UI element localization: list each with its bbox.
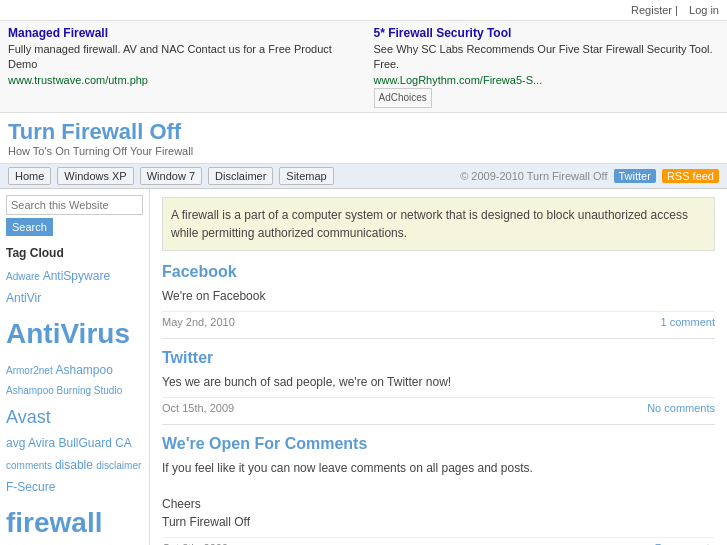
post-twitter-body: Yes we are bunch of sad people, we're on… <box>162 373 715 391</box>
tag-firewall[interactable]: firewall <box>6 507 102 538</box>
nav-disclaimer[interactable]: Disclaimer <box>208 167 273 185</box>
ad1-url[interactable]: www.trustwave.com/utm.php <box>8 73 354 88</box>
post-facebook-comments[interactable]: 1 comment <box>661 316 715 328</box>
nav-bar: Home Windows XP Window 7 Disclaimer Site… <box>0 164 727 189</box>
main-content: A firewall is a part of a computer syste… <box>150 189 727 545</box>
tag-armor2net[interactable]: Armor2net <box>6 365 55 376</box>
tag-fsecure[interactable]: F-Secure <box>6 480 55 494</box>
tag-bullguard[interactable]: BullGuard <box>59 436 116 450</box>
search-box: Search <box>6 195 143 236</box>
main-layout: Search Tag Cloud Adware AntiSpyware Anti… <box>0 189 727 545</box>
post-facebook-date: May 2nd, 2010 <box>162 316 235 328</box>
ad2-body: See Why SC Labs Recommends Our Five Star… <box>374 42 720 73</box>
ad-block-1: Managed Firewall Fully managed firewall.… <box>8 25 354 108</box>
site-header: Turn Firewall Off How To's On Turning Of… <box>0 113 727 164</box>
ad-block-2: 5* Firewall Security Tool See Why SC Lab… <box>374 25 720 108</box>
tag-antispyware[interactable]: AntiSpyware <box>43 269 110 283</box>
tag-adware[interactable]: Adware <box>6 271 43 282</box>
tag-avast[interactable]: Avast <box>6 407 51 427</box>
ad1-title[interactable]: Managed Firewall <box>8 25 354 42</box>
nav-sitemap[interactable]: Sitemap <box>279 167 333 185</box>
search-button[interactable]: Search <box>6 218 53 236</box>
tag-avg[interactable]: avg <box>6 436 28 450</box>
post-twitter-comments[interactable]: No comments <box>647 402 715 414</box>
sidebar: Search Tag Cloud Adware AntiSpyware Anti… <box>0 189 150 545</box>
post-comments-footer: Oct 8th, 2009 7 comments <box>162 537 715 545</box>
nav-winxp[interactable]: Windows XP <box>57 167 133 185</box>
adchoices-button[interactable]: AdChoices <box>374 88 432 108</box>
tag-ashampoo2[interactable]: Ashampoo <box>6 385 57 396</box>
post-comments: We're Open For Comments If you feel like… <box>162 435 715 545</box>
post-twitter-footer: Oct 15th, 2009 No comments <box>162 397 715 414</box>
tag-disable[interactable]: disable <box>55 458 96 472</box>
intro-text: A firewall is a part of a computer syste… <box>162 197 715 251</box>
ad1-body: Fully managed firewall. AV and NAC Conta… <box>8 42 354 73</box>
ad2-url[interactable]: www.LogRhythm.com/Firewa5-S... <box>374 73 720 88</box>
post-facebook-footer: May 2nd, 2010 1 comment <box>162 311 715 328</box>
tag-cloud-title: Tag Cloud <box>6 246 143 260</box>
post-facebook-title[interactable]: Facebook <box>162 263 715 281</box>
search-input[interactable] <box>6 195 143 215</box>
post-twitter: Twitter Yes we are bunch of sad people, … <box>162 349 715 425</box>
post-facebook-body: We're on Facebook <box>162 287 715 305</box>
register-link[interactable]: Register <box>631 4 672 16</box>
tag-burning[interactable]: Burning <box>57 385 94 396</box>
nav-home[interactable]: Home <box>8 167 51 185</box>
post-comments-title[interactable]: We're Open For Comments <box>162 435 715 453</box>
nav-win7[interactable]: Window 7 <box>140 167 202 185</box>
top-bar: Register | Log in <box>0 0 727 21</box>
copyright-text: © 2009-2010 Turn Firewall Off <box>460 170 607 182</box>
nav-right: © 2009-2010 Turn Firewall Off Twitter RS… <box>460 169 719 183</box>
post-comments-body: If you feel like it you can now leave co… <box>162 459 715 531</box>
twitter-badge[interactable]: Twitter <box>614 169 656 183</box>
post-facebook: Facebook We're on Facebook May 2nd, 2010… <box>162 263 715 339</box>
tag-antivirus[interactable]: AntiVirus <box>6 318 130 349</box>
ad2-title[interactable]: 5* Firewall Security Tool <box>374 25 720 42</box>
tag-antivir[interactable]: AntiVir <box>6 291 41 305</box>
nav-links: Home Windows XP Window 7 Disclaimer Site… <box>8 167 334 185</box>
tag-ca[interactable]: CA <box>115 436 132 450</box>
post-twitter-date: Oct 15th, 2009 <box>162 402 234 414</box>
rss-badge[interactable]: RSS feed <box>662 169 719 183</box>
tag-comments[interactable]: comments <box>6 460 55 471</box>
tag-disclaimer[interactable]: disclaimer <box>96 460 141 471</box>
ad-bar: Managed Firewall Fully managed firewall.… <box>0 21 727 113</box>
tag-studio[interactable]: Studio <box>94 385 122 396</box>
post-twitter-title[interactable]: Twitter <box>162 349 715 367</box>
site-subtitle: How To's On Turning Off Your Firewall <box>8 145 719 157</box>
separator: | <box>675 4 678 16</box>
tag-cloud: Adware AntiSpyware AntiVir AntiVirus Arm… <box>6 266 143 545</box>
login-link[interactable]: Log in <box>689 4 719 16</box>
tag-avira[interactable]: Avira <box>28 436 58 450</box>
site-title: Turn Firewall Off <box>8 119 719 145</box>
tag-ashampoo[interactable]: Ashampoo <box>55 363 112 377</box>
